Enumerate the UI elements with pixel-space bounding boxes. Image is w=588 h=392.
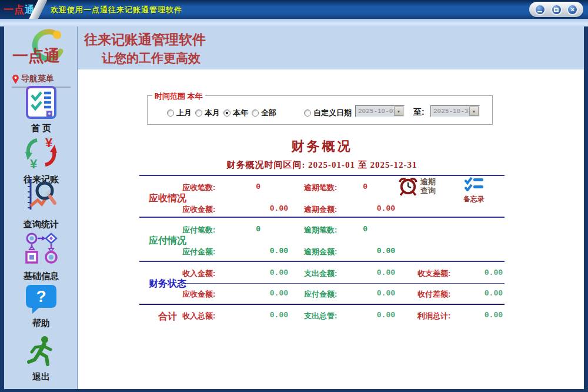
- date-from-dropdown[interactable]: 2025-10-01 ▼: [355, 105, 405, 117]
- sidebar-item-info[interactable]: 基础信息: [4, 232, 78, 282]
- radio-label: 全部: [261, 108, 276, 118]
- flowchart-icon: [24, 232, 59, 267]
- minimize-button[interactable]: [534, 4, 546, 15]
- memo-label: 备忘录: [460, 194, 487, 204]
- memo-button[interactable]: 备忘录: [460, 177, 487, 204]
- window-controls: ×: [529, 2, 583, 17]
- sidebar-item-label: 退出: [4, 371, 78, 383]
- divider: [139, 261, 505, 262]
- section-receivable: 应收情况: [142, 192, 193, 205]
- chart-magnifier-icon: [24, 177, 59, 215]
- map-pin-icon: [12, 74, 19, 84]
- sidebar-logo-text: 一点通: [12, 45, 60, 67]
- value: 0.00: [336, 311, 395, 321]
- date-to-value: 2025-10-31: [431, 108, 469, 115]
- value: 0.00: [336, 289, 395, 300]
- content-area: 时间范围 本年 上月 本月 本年 全部: [78, 69, 584, 389]
- sidebar-item-exit[interactable]: 退出: [4, 335, 78, 383]
- value: 0.00: [336, 268, 395, 279]
- value: 0.00: [228, 311, 288, 321]
- finance-overview-range: 财务概况时间区间: 2025-01-01 至 2025-12-31: [139, 160, 505, 171]
- sidebar-item-label: 查询统计: [4, 219, 78, 230]
- main-header-band: 往来记账通管理软件 让您的工作更高效: [78, 26, 584, 69]
- running-exit-icon: [26, 335, 56, 368]
- value: 0: [336, 182, 368, 193]
- radio-this-month[interactable]: 本月: [195, 108, 220, 118]
- sidebar-item-stats[interactable]: 查询统计: [4, 177, 78, 230]
- value: 0.00: [228, 247, 288, 257]
- value: 0.00: [336, 204, 395, 215]
- main-area: 往来记账通管理软件 让您的工作更高效 时间范围 本年 上月 本月: [78, 26, 584, 389]
- software-title: 往来记账通管理软件: [84, 31, 206, 49]
- value: 0.00: [228, 289, 288, 300]
- memo-checklist-icon: [464, 177, 484, 191]
- exchange-arrows-icon: ¥ ¥: [23, 134, 59, 171]
- radio-custom-date[interactable]: 自定义日期: [304, 108, 352, 118]
- value: 0.00: [439, 311, 503, 321]
- radio-icon[interactable]: [195, 109, 202, 117]
- value: 0.00: [439, 268, 503, 279]
- svg-text:?: ?: [36, 287, 46, 305]
- close-button[interactable]: ×: [567, 4, 578, 15]
- value: 0.00: [228, 204, 288, 215]
- sidebar-item-label: 基础信息: [4, 271, 78, 282]
- radio-label: 本月: [205, 108, 220, 118]
- radio-label: 本年: [233, 108, 248, 118]
- value: 0: [228, 182, 260, 193]
- divider: [139, 304, 505, 305]
- svg-text:¥: ¥: [45, 135, 53, 150]
- sidebar-item-label: 首 页: [4, 123, 78, 134]
- time-range-legend: 时间范围 本年: [152, 91, 205, 102]
- dropdown-arrow-icon[interactable]: ▼: [469, 107, 479, 116]
- radio-label: 自定义日期: [313, 108, 352, 118]
- radio-icon[interactable]: [252, 109, 259, 117]
- window-title: 欢迎使用一点通往来记账通管理软件: [51, 5, 182, 15]
- finance-table: 应收情况 应收笔数: 0 逾期笔数: 0 应收金额: 0.00 逾期金额: 0.…: [139, 175, 505, 323]
- clipboard-icon: [25, 85, 57, 119]
- value: 0.00: [228, 268, 288, 279]
- title-bar: 一点通 欢迎使用一点通往来记账通管理软件 ×: [0, 0, 588, 19]
- divider: [139, 175, 505, 176]
- sidebar-item-label: 帮助: [4, 318, 78, 329]
- divider: [139, 217, 505, 218]
- close-icon: ×: [571, 6, 574, 13]
- software-slogan: 让您的工作更高效: [102, 50, 201, 67]
- overdue-query-label: 逾期 查询: [420, 178, 436, 195]
- help-bubble-icon: ?: [25, 284, 58, 314]
- nav-menu-text: 导航菜单: [21, 74, 54, 84]
- date-to-dropdown[interactable]: 2025-10-31 ▼: [430, 105, 480, 117]
- sidebar-item-help[interactable]: ? 帮助: [4, 284, 78, 329]
- radio-last-month[interactable]: 上月: [167, 108, 192, 118]
- maximize-button[interactable]: [551, 4, 562, 15]
- radio-this-year[interactable]: 本年: [223, 108, 248, 118]
- value: 0.00: [439, 289, 503, 300]
- sidebar-item-home[interactable]: 首 页: [4, 85, 78, 134]
- overdue-query-button[interactable]: 逾期 查询: [397, 176, 436, 197]
- radio-icon-checked[interactable]: [223, 109, 230, 117]
- section-payable: 应付情况: [142, 235, 193, 247]
- svg-text:¥: ¥: [30, 157, 38, 171]
- sidebar-logo: 一点通: [4, 28, 78, 75]
- dropdown-arrow-icon[interactable]: ▼: [394, 107, 403, 116]
- minimize-icon: [537, 11, 542, 12]
- radio-label: 上月: [176, 108, 192, 118]
- value: 0: [336, 225, 368, 235]
- divider-mid: [182, 283, 505, 284]
- finance-overview-title: 财务概况: [139, 138, 505, 155]
- titlebar-lower-strip: [0, 19, 588, 26]
- radio-icon[interactable]: [167, 109, 174, 117]
- value: 0: [228, 225, 260, 235]
- radio-icon[interactable]: [304, 109, 311, 117]
- value: 0.00: [336, 247, 395, 257]
- radio-all[interactable]: 全部: [252, 108, 276, 118]
- app-window: 一点通 欢迎使用一点通往来记账通管理软件 ×: [0, 0, 588, 392]
- date-from-value: 2025-10-01: [356, 108, 394, 115]
- alarm-clock-icon: [397, 176, 419, 197]
- app-logo-text-red: 一点: [4, 3, 25, 16]
- sidebar: 一点通 导航菜单: [4, 26, 78, 389]
- maximize-icon: [554, 8, 559, 12]
- section-status: 财务状态: [142, 278, 193, 290]
- to-label: 至:: [413, 107, 425, 118]
- time-range-groupbox: 时间范围 本年 上月 本月 本年 全部: [147, 95, 493, 125]
